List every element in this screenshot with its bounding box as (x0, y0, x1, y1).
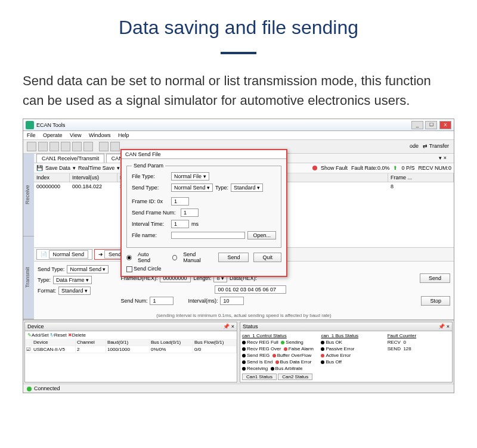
dlg-quit-button[interactable]: Quit (253, 253, 281, 262)
connection-status-bar: Connected (23, 384, 454, 393)
window-title: ECAN Tools (36, 122, 65, 128)
realtime-save-button[interactable]: RealTime Save (78, 165, 114, 171)
sidetab-transmit[interactable]: Transmit (23, 237, 34, 319)
menu-view[interactable]: View (70, 132, 81, 138)
send-num-input[interactable]: 1 (150, 297, 174, 305)
can-send-file-dialog: CAN Send File Send Param File Type:Norma… (120, 149, 287, 277)
page-description: Send data can be set to normal or list t… (0, 54, 477, 119)
toolbar-btn-8[interactable] (110, 142, 120, 151)
stop-button[interactable]: Stop (421, 296, 450, 306)
maximize-button[interactable]: ☐ (425, 121, 437, 129)
menu-windows[interactable]: Windows (89, 132, 111, 138)
fault-rate-label: Fault Rate:0.0% (351, 165, 390, 171)
toolbar-btn-6[interactable] (83, 142, 93, 151)
app-window: ECAN Tools _ ☐ X File Operate View Windo… (23, 119, 454, 393)
send-type-select[interactable]: Normal Send ▾ (67, 265, 109, 273)
menu-operate[interactable]: Operate (43, 132, 63, 138)
toolbar-btn-1[interactable] (27, 142, 36, 151)
dlg-interval-input[interactable]: 1 (171, 220, 189, 228)
send-circle-checkbox[interactable] (126, 266, 132, 272)
device-row-check[interactable]: ☑ (25, 346, 32, 353)
dlg-frame-id-input[interactable]: 1 (171, 197, 189, 206)
open-button[interactable]: Open... (247, 231, 276, 239)
auto-send-radio[interactable] (126, 255, 132, 260)
delete-button[interactable]: Delete (72, 332, 86, 338)
ps-label: 0 P/S (401, 165, 414, 171)
toolbar-btn-7[interactable] (99, 142, 109, 151)
minimize-button[interactable]: _ (411, 121, 423, 129)
send-button[interactable]: Send (420, 273, 450, 283)
connected-icon (27, 387, 32, 391)
window-titlebar: ECAN Tools _ ☐ X (23, 119, 454, 131)
menubar: File Operate View Windows Help (23, 131, 454, 140)
dialog-title: CAN Send File (122, 150, 286, 159)
menu-help[interactable]: Help (118, 132, 129, 138)
type-select[interactable]: Data Frame ▾ (53, 276, 92, 284)
page-title: Data saving and file sending (0, 0, 477, 39)
data-input[interactable]: 00 01 02 03 04 05 06 07 (215, 285, 286, 294)
app-icon (26, 121, 34, 129)
sidetab-receive[interactable]: Receive (23, 154, 34, 237)
save-data-button[interactable]: Save Data (45, 165, 70, 171)
fault-icon (312, 166, 317, 170)
status-panel: Status📌 × can_1 Control Status can_1 Bus… (240, 322, 453, 382)
reset-button[interactable]: Reset (54, 332, 67, 338)
toolbar-btn-2[interactable] (38, 142, 48, 151)
tab-can1[interactable]: CAN1 Receive/Transmit (36, 154, 104, 163)
toolbar-btn-5[interactable] (72, 142, 82, 151)
toolbar-btn-4[interactable] (61, 142, 70, 151)
send-type-label: Send Type: (38, 266, 64, 272)
close-button[interactable]: X (439, 121, 451, 129)
dlg-type-select[interactable]: Standard ▾ (231, 183, 263, 192)
panel-pin-icon-2[interactable]: 📌 × (438, 323, 450, 329)
add-set-button[interactable]: Add/Set (32, 332, 48, 338)
interval-input[interactable]: 10 (220, 297, 244, 305)
type-label: Type: (38, 277, 51, 283)
dlg-send-button[interactable]: Send (218, 253, 249, 262)
dlg-send-type-select[interactable]: Normal Send ▾ (171, 183, 213, 192)
tab-normal-send[interactable]: 📄 Normal Send (36, 249, 92, 260)
toolbar-btn-3[interactable] (49, 142, 59, 151)
side-tabs: Receive Transmit (23, 154, 34, 319)
show-fault-button[interactable]: Show Fault (321, 165, 348, 171)
format-label: Format: (38, 288, 56, 294)
panel-pin-icon[interactable]: 📌 × (223, 323, 234, 329)
file-type-select[interactable]: Normal File ▾ (171, 172, 209, 181)
dlg-frame-num-input[interactable]: 1 (181, 209, 199, 217)
format-select[interactable]: Standard ▾ (58, 287, 91, 295)
sending-note: (sending interval is minimum 0.1ms, actu… (34, 312, 454, 319)
menu-file[interactable]: File (27, 132, 36, 138)
dlg-filename-input[interactable] (171, 232, 245, 239)
tab-can2-status[interactable]: Can2 Status (278, 374, 312, 380)
toolbar-mode: ode ⇄ Transfer (410, 143, 449, 149)
device-table: DeviceChannelBaud(0/1)Bus Load(0/1)Bus F… (25, 339, 237, 353)
send-manual-radio[interactable] (172, 255, 177, 260)
tab-can1-status[interactable]: Can1 Status (242, 374, 277, 380)
recv-num-label: RECV NUM:0 (418, 165, 451, 171)
device-panel: Device📌 × ✎Add/Set ↻Reset ✖Delete Device… (24, 322, 237, 382)
